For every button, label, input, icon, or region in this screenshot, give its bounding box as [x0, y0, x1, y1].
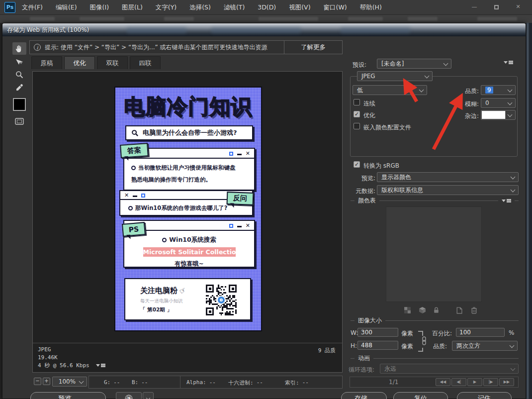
ps-line3: 有惊喜哦~	[175, 260, 203, 267]
menu-edit[interactable]: 编辑(E)	[49, 0, 84, 15]
color-table-menu-icon[interactable]	[502, 199, 511, 202]
preset-label: 预设:	[353, 61, 366, 69]
matte-label: 杂边:	[449, 112, 479, 120]
footer-issue: 「 第02期 」	[140, 306, 172, 313]
slice-select-tool-icon[interactable]	[12, 55, 26, 68]
tab-4up[interactable]: 四联	[130, 56, 161, 69]
metadata-select[interactable]: 版权和联系信息	[377, 185, 519, 195]
ask-tag: 反问	[227, 192, 254, 205]
play-button[interactable]: ▶	[467, 378, 482, 386]
color-table-title: 颜色表	[358, 197, 376, 205]
eyedropper-color-swatch[interactable]	[13, 98, 26, 111]
web-shift-cube-icon	[418, 306, 426, 314]
slice-visibility-toggle-icon[interactable]	[12, 115, 26, 127]
panel-menu-icon[interactable]	[504, 61, 513, 64]
hand-tool-icon[interactable]	[12, 42, 26, 55]
info-g: G:--	[104, 379, 120, 386]
format-select[interactable]: JPEG	[357, 71, 433, 81]
footer-title: 关注电脑粉☞	[140, 286, 186, 296]
width-input[interactable]: 300	[357, 328, 398, 337]
width-unit: 像素	[401, 329, 413, 338]
preset-select[interactable]: [未命名]	[377, 59, 451, 69]
eyedropper-tool-icon[interactable]	[12, 81, 26, 94]
answer-line2: 熟悉电脑的操作而专门打造的。	[131, 176, 211, 183]
optimized-checkbox[interactable]: ✓	[354, 111, 360, 117]
height-input[interactable]: 488	[357, 341, 398, 350]
status-filesize: 19.46K	[38, 354, 105, 362]
remember-button[interactable]: 记住	[457, 392, 512, 399]
bullet-icon	[131, 166, 136, 170]
poster-footer-card: 关注电脑粉☞ 每天一道电脑小知识 「 第02期 」	[124, 278, 251, 320]
image-size-title: 图像大小	[358, 316, 382, 325]
quality-select[interactable]: 9	[481, 85, 516, 95]
height-label: H:	[351, 342, 357, 349]
embed-profile-checkbox[interactable]	[354, 123, 360, 129]
close-icon[interactable]: ✕	[507, 0, 529, 14]
info-hex: 十六进制:--	[228, 379, 263, 387]
preview-mode-select[interactable]: 显示器颜色	[377, 172, 519, 182]
workspace-edge	[526, 23, 532, 399]
new-color-icon	[455, 306, 463, 314]
info-icon: i	[34, 44, 41, 51]
quality-value: 9	[485, 87, 493, 94]
tab-original[interactable]: 原稿	[31, 56, 62, 69]
reset-button[interactable]: 复位	[393, 392, 448, 399]
menu-3d[interactable]: 3D(D)	[251, 0, 282, 15]
save-button[interactable]: 存储...	[341, 392, 387, 399]
loop-label: 循环选项:	[349, 366, 374, 374]
first-frame-button[interactable]: ◀◀	[436, 378, 450, 386]
progressive-checkbox[interactable]	[354, 99, 360, 105]
maximize-icon[interactable]	[485, 0, 507, 14]
compression-quality-select[interactable]: 低	[353, 85, 427, 95]
preview-canvas[interactable]: 电脑冷门知识 电脑里为什么会自带一些小游戏? ✕ 当初微软想让用户习惯使用鼠标和…	[32, 71, 343, 373]
blur-select[interactable]: 0	[481, 98, 516, 108]
zoom-out-button[interactable]: −	[34, 378, 41, 385]
menu-layer[interactable]: 图层(L)	[115, 0, 149, 15]
ps-line1: Win10系统搜索	[169, 236, 216, 243]
magnifier-icon	[131, 129, 139, 137]
bullet-icon	[128, 206, 133, 210]
menu-type[interactable]: 文字(Y)	[149, 0, 183, 15]
menu-select[interactable]: 选择(S)	[183, 0, 217, 15]
learn-more-button[interactable]: 了解更多	[284, 41, 342, 54]
save-for-web-dialog: 存储为 Web 所用格式 (100%) i 提示: 使用 “文件” > “导出”…	[2, 23, 526, 399]
menu-file[interactable]: 文件(F)	[15, 0, 49, 15]
minimize-icon[interactable]: —	[463, 0, 485, 14]
poster-minimize-icon	[133, 196, 137, 197]
poster-minimize-icon	[237, 226, 242, 227]
resample-select[interactable]: 两次立方	[452, 341, 518, 351]
previous-frame-button[interactable]: ◀|	[451, 378, 466, 386]
percent-input[interactable]: 100	[456, 328, 505, 337]
convert-srgb-checkbox[interactable]: ✓	[354, 161, 360, 168]
zoom-in-button[interactable]: +	[43, 378, 50, 385]
preview-tabs: 原稿 优化 双联 四联	[31, 56, 161, 69]
status-menu-icon[interactable]	[96, 364, 105, 367]
tab-2up[interactable]: 双联	[97, 56, 128, 69]
tip-bar: i 提示: 使用 “文件” > “导出” > “导出为...” 或右键单击某个图…	[29, 40, 343, 54]
zoom-level-select[interactable]: 100%	[52, 377, 87, 387]
matte-select[interactable]	[481, 110, 516, 120]
menu-help[interactable]: 帮助(H)	[354, 0, 388, 15]
embed-profile-label: 嵌入颜色配置文件	[363, 123, 411, 132]
menu-bar: Ps 文件(F) 编辑(E) 图像(I) 图层(L) 文字(Y) 选择(S) 滤…	[0, 0, 532, 15]
menu-image[interactable]: 图像(I)	[84, 0, 115, 15]
browser-list-chevron[interactable]	[143, 392, 154, 399]
zoom-tool-icon[interactable]	[12, 68, 26, 81]
ps-highlight: Microsoft Solitair Collection	[143, 247, 236, 257]
preview-in-browser-button[interactable]: 预览...	[30, 392, 106, 399]
answer-line1: 当初微软想让用户习惯使用鼠标和键盘	[138, 164, 236, 171]
last-frame-button[interactable]: ▶▶	[499, 378, 514, 386]
loop-select[interactable]: 永远	[380, 364, 519, 374]
browser-preview-select[interactable]: ?	[116, 392, 142, 399]
menu-view[interactable]: 视图(V)	[282, 0, 317, 15]
poster-close-icon: ✕	[246, 223, 250, 228]
color-info-bar: G:-- B:-- Alpha:-- 十六进制:-- 索引:--	[89, 376, 343, 389]
footer-sub: 每天一道电脑小知识	[140, 298, 183, 304]
menu-filter[interactable]: 滤镜(T)	[217, 0, 251, 15]
info-index: 索引:--	[285, 379, 309, 387]
menu-window[interactable]: 窗口(W)	[317, 0, 354, 15]
dialog-title-bar[interactable]: 存储为 Web 所用格式 (100%)	[2, 23, 526, 36]
chevron-down-icon	[146, 396, 150, 399]
tab-optimized[interactable]: 优化	[64, 56, 95, 69]
next-frame-button[interactable]: |▶	[483, 378, 498, 386]
